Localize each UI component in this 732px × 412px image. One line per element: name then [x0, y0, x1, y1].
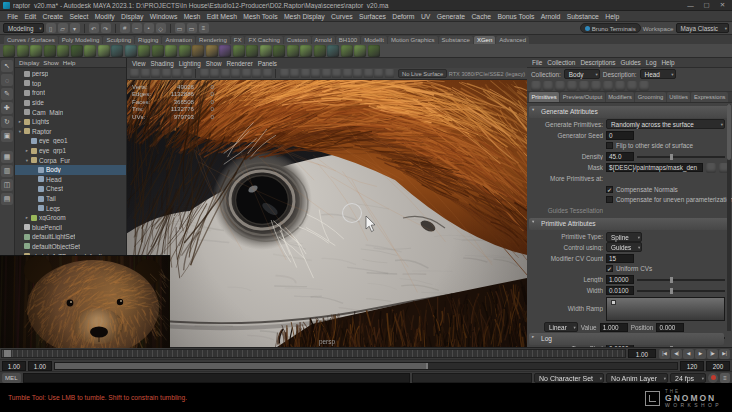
camera-attributes-icon[interactable] [151, 69, 160, 78]
shelf-tab-rigging[interactable]: Rigging [135, 36, 161, 44]
outliner-item-body[interactable]: Body [15, 165, 126, 175]
menu-mesh-display[interactable]: Mesh Display [281, 13, 328, 20]
control-using-dropdown[interactable]: Guides [606, 242, 642, 252]
delete-description-icon[interactable] [555, 81, 565, 91]
undo-icon[interactable]: ↶ [89, 23, 99, 33]
export-patches-icon[interactable] [44, 45, 56, 57]
width-field[interactable]: 0.0100 [606, 286, 634, 295]
shelf-tab-bh100[interactable]: BH100 [336, 36, 360, 44]
move-tool-icon[interactable]: ✚ [1, 102, 13, 114]
playback-end-field[interactable]: 120 [680, 361, 704, 371]
density-slider[interactable] [637, 156, 725, 158]
viewport-menu-shading[interactable]: Shading [151, 60, 174, 67]
fps-selector[interactable]: 24 fps [670, 373, 706, 383]
create-description-icon[interactable] [17, 45, 29, 57]
direction-brush-icon[interactable] [314, 45, 326, 57]
menu-cache[interactable]: Cache [468, 13, 494, 20]
ipr-render-icon[interactable]: ▭ [187, 23, 197, 33]
lasso-tool-icon[interactable]: ◌ [1, 74, 13, 86]
outliner-item-xggroom[interactable]: ▸xgGroom [15, 213, 126, 223]
textured-icon[interactable] [301, 69, 310, 78]
bear-reference-image[interactable] [0, 255, 170, 347]
clump-brush-icon[interactable] [219, 45, 231, 57]
length-field[interactable]: 1.0000 [606, 275, 634, 284]
move-description-icon[interactable] [567, 81, 577, 91]
menu-generate[interactable]: Generate [434, 13, 469, 20]
render-settings-icon[interactable]: ≡ [199, 23, 209, 33]
attract-brush-icon[interactable] [273, 45, 285, 57]
time-slider-track[interactable] [1, 349, 626, 358]
import-icon[interactable] [591, 81, 601, 91]
minimize-button[interactable]: — [684, 2, 697, 9]
shadows-icon[interactable] [322, 69, 331, 78]
rotate-tool-icon[interactable]: ↻ [1, 116, 13, 128]
outliner-item-persp[interactable]: persp [15, 69, 126, 79]
outliner-item-top[interactable]: top [15, 79, 126, 89]
outliner-item-lights[interactable]: ▸Lights [15, 117, 126, 127]
select-camera-icon[interactable] [130, 69, 139, 78]
outliner-menu-help[interactable]: Help [63, 59, 76, 66]
range-slider-track[interactable] [54, 362, 678, 370]
shelf-tab-sculpting[interactable]: Sculpting [103, 36, 134, 44]
add-guide-icon[interactable] [125, 45, 137, 57]
isolate-select-icon[interactable] [374, 69, 383, 78]
select-brush-icon[interactable] [341, 45, 353, 57]
xgen-tab-grooming[interactable]: Grooming [635, 92, 665, 102]
playback-start-field[interactable]: 1.00 [28, 361, 52, 371]
menu-curves[interactable]: Curves [328, 13, 356, 20]
xgen-menu-file[interactable]: File [532, 59, 542, 66]
ramp-marker[interactable] [611, 300, 616, 305]
menu-surfaces[interactable]: Surfaces [356, 13, 389, 20]
outliner-item-side[interactable]: side [15, 98, 126, 108]
preview-icon[interactable] [71, 45, 83, 57]
menu-edit[interactable]: Edit [21, 13, 39, 20]
taper-start-field[interactable]: 0.0000 [606, 344, 634, 347]
shelf-tab-arnold[interactable]: Arnold [312, 36, 335, 44]
shelf-tab-animation[interactable]: Animation [162, 36, 195, 44]
ramp-interpolation-dropdown[interactable]: Linear [544, 322, 578, 332]
export-selection-icon[interactable] [579, 81, 589, 91]
menu-set-selector[interactable]: Modeling [3, 23, 44, 33]
image-plane-icon[interactable] [172, 69, 181, 78]
snap-point-icon[interactable]: • [144, 23, 154, 33]
xgen-tab-expressions[interactable]: Expressions [691, 92, 728, 102]
outliner-item-cam-main[interactable]: Cam_Main [15, 107, 126, 117]
clear-preview-icon[interactable] [84, 45, 96, 57]
expand-arrow-icon[interactable]: ▸ [17, 119, 23, 124]
viewport-panel[interactable]: ViewShadingLightingShowRendererPanels No… [127, 58, 527, 347]
2d-pan-zoom-icon[interactable] [183, 69, 192, 78]
command-input[interactable] [23, 373, 410, 383]
mask-field[interactable]: ${DESC}/paintmaps/mask_den [606, 163, 703, 172]
play-backwards-button[interactable]: ◀ [683, 349, 694, 359]
mask-paint-icon[interactable] [706, 163, 716, 173]
grab-brush-icon[interactable] [354, 45, 366, 57]
title-bar[interactable]: raptor_v20.ma* - Autodesk MAYA 2023.1: D… [0, 0, 732, 11]
viewport-menu-lighting[interactable]: Lighting [179, 60, 201, 67]
layout-single-pane-icon[interactable]: ▦ [1, 151, 13, 163]
layout-outliner-pane-icon[interactable]: ▤ [1, 193, 13, 205]
expand-arrow-icon[interactable]: ▸ [24, 215, 30, 220]
guide-tool-icon[interactable] [111, 45, 123, 57]
current-time-indicator[interactable] [4, 350, 11, 357]
motion-blur-icon[interactable] [343, 69, 352, 78]
user-account-button[interactable]: Bruno Terminais [580, 23, 641, 33]
field-chart-icon[interactable] [242, 69, 251, 78]
menu-file[interactable]: File [4, 13, 21, 20]
expand-arrow-icon[interactable]: ▸ [24, 148, 30, 153]
xgen-editor-icon[interactable] [3, 45, 15, 57]
width-slider[interactable] [637, 290, 725, 292]
viewport-canvas[interactable] [127, 80, 527, 347]
menu-deform[interactable]: Deform [389, 13, 418, 20]
generator-seed-field[interactable]: 0 [606, 131, 634, 140]
xgen-tab-utilities[interactable]: Utilities [667, 92, 691, 102]
xgen-menu-help[interactable]: Help [661, 59, 674, 66]
auto-keyframe-toggle[interactable] [708, 373, 718, 383]
shaded-icon[interactable] [290, 69, 299, 78]
menu-help[interactable]: Help [602, 13, 622, 20]
step-back-button[interactable]: ◀| [671, 349, 682, 359]
wireframe-icon[interactable] [280, 69, 289, 78]
menu-display[interactable]: Display [118, 13, 147, 20]
animation-preferences-icon[interactable]: ≡ [720, 373, 730, 383]
shelf-tab-modelit[interactable]: ModelIt [361, 36, 387, 44]
density-brush-icon[interactable] [206, 45, 218, 57]
